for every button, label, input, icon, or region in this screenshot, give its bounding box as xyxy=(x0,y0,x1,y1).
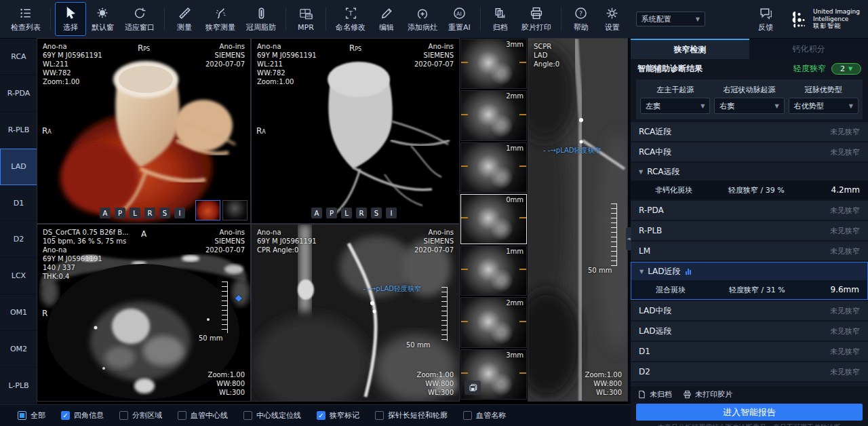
probe-slice-5[interactable]: 2mm xyxy=(460,297,527,347)
toolbar-button-rename[interactable]: T命名修改 xyxy=(330,2,371,36)
toolbar-button-ruler[interactable]: 测量 xyxy=(169,2,200,36)
viewport-scpr[interactable]: SCPRLADAngle:0 - -→pLAD轻度狭窄 50 mm Zoom:1… xyxy=(528,39,627,401)
toolbar-button-mpr[interactable]: MPRMPR xyxy=(290,2,321,36)
display-option-中心线定位线[interactable]: 中心线定位线 xyxy=(243,410,301,421)
viewport-vrt-3d[interactable]: Ano-na69Y M J05961191WL:211WW:782Zoom:1.… xyxy=(37,39,250,223)
toolbar-button-settings[interactable]: 设置 xyxy=(597,2,628,36)
display-option-探针长短径和轮廓[interactable]: 探针长短径和轮廓 xyxy=(375,410,448,421)
display-option-狭窄标记[interactable]: ✓狭窄标记 xyxy=(317,410,359,421)
toolbar-button-pericoronary-fat[interactable]: 冠周脂肪 xyxy=(241,2,281,36)
display-option-分割区域[interactable]: 分割区域 xyxy=(119,410,162,421)
sidebar-item-l-plb[interactable]: L-PLB xyxy=(0,368,37,404)
probe-slice-6[interactable]: 3mm xyxy=(460,349,527,400)
overlay-line: DS_CorCTA 0.75 B26f B... xyxy=(43,228,129,237)
segment-row[interactable]: RCA中段未见狭窄 xyxy=(631,142,868,161)
toolbar-button-archive[interactable]: 归档 xyxy=(485,2,516,36)
orientation-button-l[interactable]: L xyxy=(341,208,352,218)
segment-row[interactable]: LM未见狭窄 xyxy=(631,241,868,260)
toolbar-button-cursor[interactable]: 选择 xyxy=(55,2,86,36)
orientation-button-i[interactable]: I xyxy=(386,208,397,218)
orientation-button-p[interactable]: P xyxy=(115,208,125,218)
segment-row[interactable]: LAD中段未见狭窄 xyxy=(631,301,868,320)
display-option-血管中心线[interactable]: 血管中心线 xyxy=(178,410,228,421)
segment-row[interactable]: LAD远段未见狭窄 xyxy=(631,322,868,341)
enter-ai-report-button[interactable]: 进入智能报告 xyxy=(636,404,863,421)
segment-row[interactable]: ▼RCA远段非钙化斑块轻度狭窄 / 39 %4.2mm xyxy=(631,163,868,199)
segment-row[interactable]: R-PLB未见狭窄 xyxy=(631,221,868,240)
probe-slice-1[interactable]: 2mm xyxy=(460,90,527,140)
save-snapshot-button[interactable] xyxy=(465,381,481,395)
segment-row-header[interactable]: R-PLB未见狭窄 xyxy=(631,221,868,240)
display-option-四角信息[interactable]: ✓四角信息 xyxy=(61,410,104,421)
sidebar-item-lad[interactable]: LAD xyxy=(0,149,37,185)
segment-row-header[interactable]: LAD中段未见狭窄 xyxy=(631,301,868,320)
sidebar-item-om1[interactable]: OM1 xyxy=(0,294,37,331)
left-main-origin-select[interactable]: 左窦 ▼ xyxy=(640,98,710,114)
toolbar-button-reset-ai[interactable]: AI重置AI xyxy=(443,2,476,36)
plaque-detail-row[interactable]: 非钙化斑块轻度狭窄 / 39 %4.2mm xyxy=(631,180,868,199)
toolbar-button-brightness[interactable]: 默认窗 xyxy=(86,2,119,36)
segment-row-header[interactable]: R-PDA未见狭窄 xyxy=(631,201,868,220)
viewport-cpr[interactable]: Ano-na69Y M J05961191CPR Angle:0 Ano-ins… xyxy=(252,225,459,401)
probe-slice-4[interactable]: 1mm xyxy=(460,246,527,296)
orientation-button-s[interactable]: S xyxy=(159,208,170,218)
tab-calcium-score[interactable]: 钙化积分 xyxy=(749,39,868,59)
panel-collapse-handle[interactable]: ◄ xyxy=(626,227,631,250)
toolbar-button-add-lesion[interactable]: 添加病灶 xyxy=(402,2,443,36)
viewport-mip-tree[interactable]: Ano-na69Y M J05961191WL:211WW:782Zoom:1.… xyxy=(252,39,459,223)
probe-tick-icon xyxy=(461,269,468,270)
segment-row-header[interactable]: RCA中段未见狭窄 xyxy=(631,142,868,161)
slice-slider-diamond[interactable]: ◆ xyxy=(235,292,242,303)
sidebar-item-d1[interactable]: D1 xyxy=(0,185,37,222)
sidebar-item-lcx[interactable]: LCX xyxy=(0,258,37,294)
orientation-button-r[interactable]: R xyxy=(356,208,367,218)
annotation-leader: - -→ xyxy=(363,285,376,292)
orientation-button-r[interactable]: R xyxy=(144,208,155,218)
orientation-button-s[interactable]: S xyxy=(371,208,382,218)
dominance-select[interactable]: 右优势型 ▼ xyxy=(789,98,859,114)
segment-row-header[interactable]: RCA近段未见狭窄 xyxy=(631,122,868,141)
sidebar-item-r-pda[interactable]: R-PDA xyxy=(0,75,37,112)
rca-origin-select[interactable]: 右窦 ▼ xyxy=(714,98,784,114)
segment-row-header[interactable]: D2未见狭窄 xyxy=(631,362,868,381)
probe-slice-2[interactable]: 1mm xyxy=(460,142,527,193)
plaque-detail-row[interactable]: 混合斑块轻度狭窄 / 31 %9.6mm xyxy=(631,280,867,299)
segment-row-header[interactable]: LAD远段未见狭窄 xyxy=(631,322,868,341)
probe-slice-0[interactable]: 3mm xyxy=(460,39,527,89)
orientation-button-a[interactable]: A xyxy=(311,208,322,218)
display-option-全部[interactable]: 全部 xyxy=(18,410,45,421)
segment-row[interactable]: R-PDA未见狭窄 xyxy=(631,201,868,220)
tab-stenosis-detection[interactable]: 狭窄检测 xyxy=(631,39,749,59)
toolbar-button-fit-window[interactable]: 适应窗口 xyxy=(119,2,160,36)
system-config-select[interactable]: 系统配置 ▼ xyxy=(636,12,705,26)
segment-row[interactable]: D1未见狭窄 xyxy=(631,342,868,361)
chevron-down-icon: ▼ xyxy=(701,103,705,109)
segment-row-header[interactable]: LM未见狭窄 xyxy=(631,241,868,260)
sidebar-item-r-plb[interactable]: R-PLB xyxy=(0,112,37,149)
toolbar-button-stenosis-measure[interactable]: 狭窄测量 xyxy=(200,2,241,36)
toolbar-button-edit[interactable]: 编辑 xyxy=(371,2,402,36)
thumbnail-vrt-vessels[interactable] xyxy=(222,200,248,220)
segment-row-header[interactable]: ▼RCA远段 xyxy=(631,163,868,180)
display-option-血管名称[interactable]: 血管名称 xyxy=(463,410,506,421)
thumbnail-vrt-heart[interactable] xyxy=(195,200,220,220)
toolbar-button-film-print[interactable]: 胶片打印 xyxy=(516,2,557,36)
sidebar-item-d2[interactable]: D2 xyxy=(0,221,37,258)
sidebar-item-om2[interactable]: OM2 xyxy=(0,331,37,368)
toolbar-button-feedback[interactable]: 反馈 xyxy=(750,2,781,36)
segment-row[interactable]: RCA近段未见狭窄 xyxy=(631,122,868,141)
orientation-button-p[interactable]: P xyxy=(326,208,337,218)
orientation-button-a[interactable]: A xyxy=(100,208,111,218)
probe-slice-3[interactable]: 0mm xyxy=(460,194,527,244)
segment-row-header[interactable]: D1未见狭窄 xyxy=(631,342,868,361)
sidebar-item-rca[interactable]: RCA xyxy=(0,39,37,75)
toolbar-button-help[interactable]: ?帮助 xyxy=(566,2,597,36)
orientation-button-l[interactable]: L xyxy=(130,208,140,218)
segment-row[interactable]: ▼LAD近段混合斑块轻度狭窄 / 31 %9.6mm xyxy=(631,262,868,300)
toolbar-button-list[interactable]: 检查列表 xyxy=(5,2,46,36)
severity-count-dropdown[interactable]: 2 ▼ xyxy=(831,63,861,75)
viewport-axial-ct[interactable]: DS_CorCTA 0.75 B26f B...105 bpm, 36 % S,… xyxy=(37,225,250,401)
segment-row-header[interactable]: ▼LAD近段 xyxy=(631,263,867,280)
orientation-button-i[interactable]: I xyxy=(174,208,185,218)
segment-row[interactable]: D2未见狭窄 xyxy=(631,362,868,381)
